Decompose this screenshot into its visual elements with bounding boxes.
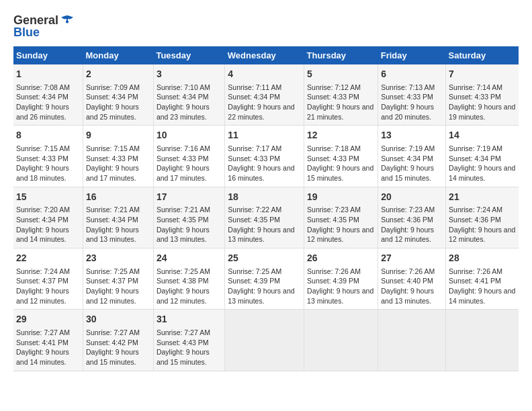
sunset: Sunset: 4:33 PM [86, 154, 138, 163]
calendar-cell-14: 14 Sunrise: 7:19 AM Sunset: 4:34 PM Dayl… [446, 126, 519, 187]
day-number: 21 [449, 191, 516, 204]
calendar-cell-2: 2 Sunrise: 7:09 AM Sunset: 4:34 PM Dayli… [83, 64, 154, 126]
sunrise: Sunrise: 7:26 AM [449, 267, 502, 275]
daylight: Daylight: 9 hours and 23 minutes. [157, 103, 210, 121]
sunrise: Sunrise: 7:26 AM [381, 267, 435, 275]
sunrise: Sunrise: 7:15 AM [86, 144, 140, 152]
daylight: Daylight: 9 hours and 21 minutes. [307, 103, 373, 121]
day-number: 12 [307, 129, 375, 142]
calendar-cell-25: 25 Sunrise: 7:25 AM Sunset: 4:39 PM Dayl… [225, 248, 304, 310]
daylight: Daylight: 9 hours and 13 minutes. [228, 287, 294, 305]
sunset: Sunset: 4:33 PM [16, 154, 69, 163]
day-number: 9 [86, 129, 150, 142]
day-number: 23 [86, 252, 150, 265]
sunset: Sunset: 4:42 PM [86, 338, 138, 347]
weekday-header-row: SundayMondayTuesdayWednesdayThursdayFrid… [13, 46, 519, 64]
daylight: Daylight: 9 hours and 15 minutes. [307, 164, 373, 182]
weekday-header-sunday: Sunday [13, 46, 83, 64]
daylight: Daylight: 9 hours and 14 minutes. [449, 287, 515, 305]
calendar-cell-27: 27 Sunrise: 7:26 AM Sunset: 4:40 PM Dayl… [378, 248, 446, 310]
sunrise: Sunrise: 7:13 AM [381, 83, 435, 91]
weekday-header-tuesday: Tuesday [153, 46, 224, 64]
calendar-cell-23: 23 Sunrise: 7:25 AM Sunset: 4:37 PM Dayl… [83, 248, 154, 310]
calendar-cell-31: 31 Sunrise: 7:27 AM Sunset: 4:43 PM Dayl… [153, 310, 224, 371]
calendar-cell-20: 20 Sunrise: 7:23 AM Sunset: 4:36 PM Dayl… [378, 187, 446, 248]
day-number: 1 [16, 68, 80, 81]
sunrise: Sunrise: 7:25 AM [228, 267, 281, 275]
week-row-3: 15 Sunrise: 7:20 AM Sunset: 4:34 PM Dayl… [13, 187, 519, 248]
calendar-cell-16: 16 Sunrise: 7:21 AM Sunset: 4:34 PM Dayl… [83, 187, 154, 248]
week-row-1: 1 Sunrise: 7:08 AM Sunset: 4:34 PM Dayli… [13, 64, 519, 126]
daylight: Daylight: 9 hours and 15 minutes. [157, 348, 210, 366]
sunrise: Sunrise: 7:12 AM [307, 83, 361, 91]
calendar-cell-17: 17 Sunrise: 7:21 AM Sunset: 4:35 PM Dayl… [153, 187, 224, 248]
sunrise: Sunrise: 7:22 AM [228, 205, 281, 214]
calendar-cell-5: 5 Sunrise: 7:12 AM Sunset: 4:33 PM Dayli… [304, 64, 378, 126]
daylight: Daylight: 9 hours and 12 minutes. [16, 287, 69, 305]
day-number: 13 [381, 129, 443, 142]
sunrise: Sunrise: 7:15 AM [16, 144, 70, 152]
day-number: 19 [307, 191, 375, 204]
page-header: General Blue [13, 13, 519, 40]
calendar-cell-12: 12 Sunrise: 7:18 AM Sunset: 4:33 PM Dayl… [304, 126, 378, 187]
weekday-header-monday: Monday [83, 46, 154, 64]
weekday-header-saturday: Saturday [446, 46, 519, 64]
sunrise: Sunrise: 7:09 AM [86, 83, 140, 91]
calendar-cell-22: 22 Sunrise: 7:24 AM Sunset: 4:37 PM Dayl… [13, 248, 83, 310]
sunrise: Sunrise: 7:26 AM [307, 267, 361, 275]
calendar-cell-4: 4 Sunrise: 7:11 AM Sunset: 4:34 PM Dayli… [225, 64, 304, 126]
sunrise: Sunrise: 7:19 AM [449, 144, 502, 152]
sunset: Sunset: 4:34 PM [449, 154, 501, 163]
day-number: 26 [307, 252, 375, 265]
day-number: 25 [228, 252, 301, 265]
sunrise: Sunrise: 7:27 AM [157, 328, 210, 336]
weekday-header-thursday: Thursday [304, 46, 378, 64]
day-number: 16 [86, 191, 150, 204]
day-number: 11 [228, 129, 301, 142]
day-number: 29 [16, 313, 80, 326]
sunset: Sunset: 4:38 PM [157, 277, 209, 285]
sunset: Sunset: 4:33 PM [157, 154, 209, 163]
day-number: 27 [381, 252, 443, 265]
daylight: Daylight: 9 hours and 17 minutes. [157, 164, 210, 182]
sunset: Sunset: 4:41 PM [16, 338, 69, 347]
sunset: Sunset: 4:34 PM [228, 93, 280, 101]
daylight: Daylight: 9 hours and 16 minutes. [228, 164, 294, 182]
day-number: 4 [228, 68, 301, 81]
sunrise: Sunrise: 7:10 AM [157, 83, 210, 91]
daylight: Daylight: 9 hours and 14 minutes. [449, 164, 515, 182]
daylight: Daylight: 9 hours and 12 minutes. [449, 226, 515, 244]
daylight: Daylight: 9 hours and 26 minutes. [16, 103, 69, 121]
sunset: Sunset: 4:34 PM [16, 216, 69, 224]
logo: General Blue [13, 13, 75, 40]
daylight: Daylight: 9 hours and 19 minutes. [449, 103, 515, 121]
day-number: 2 [86, 68, 150, 81]
day-number: 17 [157, 191, 222, 204]
sunset: Sunset: 4:33 PM [307, 93, 359, 101]
day-number: 3 [157, 68, 222, 81]
calendar-cell-15: 15 Sunrise: 7:20 AM Sunset: 4:34 PM Dayl… [13, 187, 83, 248]
sunset: Sunset: 4:34 PM [86, 216, 138, 224]
calendar-cell-24: 24 Sunrise: 7:25 AM Sunset: 4:38 PM Dayl… [153, 248, 224, 310]
sunrise: Sunrise: 7:18 AM [307, 144, 361, 152]
sunrise: Sunrise: 7:23 AM [381, 205, 435, 214]
sunrise: Sunrise: 7:19 AM [381, 144, 435, 152]
calendar-cell-30: 30 Sunrise: 7:27 AM Sunset: 4:42 PM Dayl… [83, 310, 154, 371]
calendar-cell-8: 8 Sunrise: 7:15 AM Sunset: 4:33 PM Dayli… [13, 126, 83, 187]
calendar-cell-11: 11 Sunrise: 7:17 AM Sunset: 4:33 PM Dayl… [225, 126, 304, 187]
sunset: Sunset: 4:36 PM [449, 216, 501, 224]
logo-blue-text: Blue [13, 26, 75, 40]
sunset: Sunset: 4:35 PM [307, 216, 359, 224]
sunrise: Sunrise: 7:14 AM [449, 83, 502, 91]
sunrise: Sunrise: 7:08 AM [16, 83, 70, 91]
sunrise: Sunrise: 7:27 AM [16, 328, 70, 336]
calendar-table: SundayMondayTuesdayWednesdayThursdayFrid… [13, 46, 519, 371]
daylight: Daylight: 9 hours and 13 minutes. [381, 287, 434, 305]
sunset: Sunset: 4:40 PM [381, 277, 433, 285]
day-number: 22 [16, 252, 80, 265]
calendar-cell-3: 3 Sunrise: 7:10 AM Sunset: 4:34 PM Dayli… [153, 64, 224, 126]
daylight: Daylight: 9 hours and 12 minutes. [381, 226, 434, 244]
daylight: Daylight: 9 hours and 13 minutes. [228, 226, 294, 244]
daylight: Daylight: 9 hours and 13 minutes. [157, 226, 210, 244]
calendar-cell-26: 26 Sunrise: 7:26 AM Sunset: 4:39 PM Dayl… [304, 248, 378, 310]
